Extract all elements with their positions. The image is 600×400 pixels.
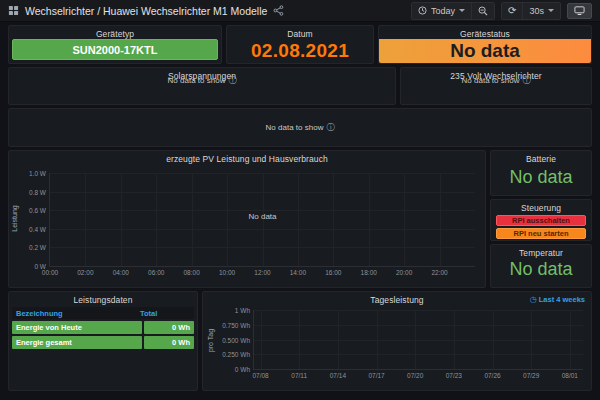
gridline-vertical <box>415 310 416 369</box>
x-tick-label: 16:00 <box>325 269 341 276</box>
gridline-vertical <box>440 173 441 266</box>
info-icon: ⓘ <box>522 75 530 86</box>
date-value: 02.08.2021 <box>227 40 373 62</box>
rpi-shutdown-button[interactable]: RPI ausschalten <box>496 215 586 226</box>
time-controls-group: Today <box>411 2 495 20</box>
x-tick-label: 08:00 <box>184 269 200 276</box>
panel-title: Leistungsdaten <box>9 295 197 305</box>
gridline-vertical <box>261 310 262 369</box>
chart-title: erzeugte PV Leistung und Hausverbrauch <box>9 154 485 164</box>
gridline-vertical <box>454 310 455 369</box>
no-data-message: No data to show ⓘ <box>9 122 591 133</box>
gridline-vertical <box>299 310 300 369</box>
table-row: Energie von Heute 0 Wh <box>12 321 194 334</box>
gridline-vertical <box>227 173 228 266</box>
kiosk-mode-button[interactable] <box>567 3 592 19</box>
top-navbar: Wechselrichter / Huawei Wechselrichter M… <box>0 0 600 22</box>
panel-steuerung: Steuerung RPI ausschalten RPI neu starte… <box>490 199 592 241</box>
gridline-vertical <box>85 173 86 266</box>
x-tick-label: 07/26 <box>484 372 500 379</box>
panel-title: Batterie <box>491 154 591 164</box>
time-range-link-label: Last 4 weeks <box>539 295 585 304</box>
panel-temperatur: Temperatur No data <box>490 244 592 288</box>
tagesleistung-plot-area[interactable]: 1 Wh 0.750 Wh 0.500 Wh 0.250 Wh 0 Wh 07/… <box>253 310 583 370</box>
time-range-link[interactable]: ◷ Last 4 weeks <box>530 295 585 304</box>
gridline-vertical <box>192 173 193 266</box>
gridline-horizontal <box>254 354 583 355</box>
info-icon: ⓘ <box>326 122 334 133</box>
panel-solarspannungen: Solarspannungen No data to show ⓘ <box>8 67 396 105</box>
x-tick-label: 06:00 <box>148 269 164 276</box>
time-range-label: Today <box>431 6 455 16</box>
device-type-button[interactable]: SUN2000-17KTL <box>12 39 218 60</box>
chevron-down-icon <box>548 9 554 12</box>
navbar-right: Today ⟳ 30s <box>411 2 592 20</box>
x-tick-label: 10:00 <box>219 269 235 276</box>
gridline-vertical <box>570 310 571 369</box>
gridline-vertical <box>156 173 157 266</box>
panel-geraetestatus: Gerätestatus No data <box>378 25 592 64</box>
table-cell-value: 0 Wh <box>144 321 194 334</box>
x-tick-label: 07/08 <box>252 372 268 379</box>
y-tick-label: 0 Wh <box>235 366 250 373</box>
x-tick-label: 07/20 <box>407 372 423 379</box>
table-header-row: Bezeichnung Total <box>12 307 194 319</box>
y-axis-label: Leistung <box>11 205 18 231</box>
gridline-vertical <box>333 173 334 266</box>
panel-title: Datum <box>227 29 373 39</box>
zoom-out-icon <box>478 6 488 16</box>
refresh-button[interactable]: ⟳ <box>502 3 522 19</box>
x-tick-label: 12:00 <box>254 269 270 276</box>
y-tick-label: 0.250 Wh <box>222 351 250 358</box>
refresh-icon: ⟳ <box>508 6 516 16</box>
dashboard-grid-icon <box>8 5 19 16</box>
y-tick-label: 0.6 W <box>29 207 46 214</box>
gridline-vertical <box>404 173 405 266</box>
panel-title: Steuerung <box>491 203 591 213</box>
gridline-horizontal <box>254 325 583 326</box>
table-header-bezeichnung[interactable]: Bezeichnung <box>14 309 140 318</box>
x-tick-label: 07/23 <box>446 372 462 379</box>
x-tick-label: 18:00 <box>361 269 377 276</box>
table-header-total[interactable]: Total <box>140 309 192 318</box>
clock-icon: ◷ <box>530 296 537 304</box>
gridline-vertical <box>377 310 378 369</box>
refresh-interval-label: 30s <box>529 6 544 16</box>
rpi-restart-button[interactable]: RPI neu starten <box>496 228 586 239</box>
no-data-text: No data to show <box>266 123 324 132</box>
chart-no-data-text: No data <box>248 211 276 220</box>
panel-pv-chart: erzeugte PV Leistung und Hausverbrauch L… <box>8 150 486 288</box>
y-tick-label: 0.4 W <box>29 225 46 232</box>
time-range-picker[interactable]: Today <box>412 3 471 19</box>
pv-chart-plot-area[interactable]: 1.0 W 0.8 W 0.6 W 0.4 W 0.2 W 0 W 00:00 … <box>49 173 475 267</box>
share-icon[interactable] <box>273 5 284 16</box>
x-tick-label: 02:00 <box>77 269 93 276</box>
panel-batterie: Batterie No data <box>490 150 592 196</box>
y-tick-label: 0.750 Wh <box>222 321 250 328</box>
y-axis-label: pro Tag <box>207 329 214 352</box>
x-tick-label: 07/17 <box>368 372 384 379</box>
no-data-message: No data to show ⓘ <box>9 75 395 86</box>
panel-title: Gerätestatus <box>379 29 591 39</box>
x-tick-label: 08/01 <box>562 372 578 379</box>
table-cell-value: 0 Wh <box>144 336 194 349</box>
panel-datum: Datum 02.08.2021 <box>226 25 374 64</box>
x-tick-label: 20:00 <box>396 269 412 276</box>
chevron-down-icon <box>459 9 465 12</box>
panel-title: Gerätetyp <box>9 29 221 39</box>
temperature-value: No data <box>491 259 591 280</box>
x-tick-label: 14:00 <box>290 269 306 276</box>
breadcrumb[interactable]: Wechselrichter / Huawei Wechselrichter M… <box>25 5 267 17</box>
y-tick-label: 0.500 Wh <box>222 336 250 343</box>
refresh-interval-picker[interactable]: 30s <box>522 3 560 19</box>
y-tick-label: 1.0 W <box>29 170 46 177</box>
panel-tagesleistung: Tagesleistung ◷ Last 4 weeks pro Tag 1 W… <box>202 291 592 391</box>
gridline-vertical <box>493 310 494 369</box>
zoom-out-button[interactable] <box>471 3 494 19</box>
x-tick-label: 04:00 <box>113 269 129 276</box>
panel-leistungsdaten: Leistungsdaten Bezeichnung Total Energie… <box>8 291 198 391</box>
monitor-icon <box>574 5 585 16</box>
table-cell-name: Energie gesamt <box>12 336 142 349</box>
x-tick-label: 07/14 <box>330 372 346 379</box>
table-row: Energie gesamt 0 Wh <box>12 336 194 349</box>
